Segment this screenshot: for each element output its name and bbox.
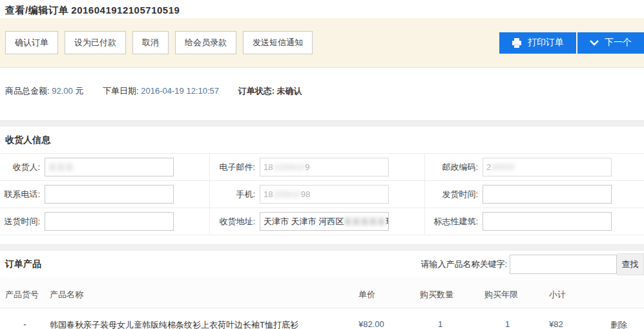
page-title: 查看/编辑订单 2016041912105710519	[5, 5, 639, 17]
order-status-label: 订单状态:	[238, 86, 275, 96]
form-cell: 送货时间:	[0, 208, 210, 235]
print-order-label: 打印订单	[528, 37, 564, 48]
value-text: 天津市 天津市 河西区	[264, 216, 344, 228]
products-section-title: 订单产品	[5, 259, 41, 270]
recipient-input[interactable]: 某某某	[45, 158, 174, 176]
chevron-down-icon	[590, 40, 599, 46]
total-amount-unit: 元	[75, 86, 83, 96]
phone-label: 联系电话:	[0, 189, 40, 200]
postcode-label: 邮政编码:	[425, 162, 478, 173]
product-sku: -	[0, 319, 50, 329]
order-status-value: 未确认	[277, 86, 302, 96]
value-text: 2	[486, 162, 491, 172]
value-text: 9	[305, 162, 309, 172]
address-input[interactable]: 天津市 天津市 河西区 某某某某某 现	[260, 212, 389, 231]
product-price: ¥82.00	[358, 319, 420, 329]
primary-actions: 打印订单 下一个	[499, 32, 644, 54]
order-date-group: 下单日期: 2016-04-19 12:10:57	[103, 86, 222, 96]
form-cell: 收货地址: 天津市 天津市 河西区 某某某某某 现	[210, 208, 425, 235]
column-header-name: 产品名称	[50, 289, 358, 301]
products-section-header: 订单产品 请输入产品名称关键字: 查找	[0, 251, 644, 277]
redacted-value: 155610	[273, 189, 300, 199]
order-actions-toolbar: 确认订单 设为已付款 取消 给会员录款 发送短信通知 打印订单 下一个	[0, 18, 644, 68]
mobile-input[interactable]: 18 155610 98	[260, 185, 389, 204]
section-divider	[0, 244, 644, 251]
set-paid-button[interactable]: 设为已付款	[65, 31, 126, 54]
email-label: 电子邮件:	[210, 162, 255, 173]
value-text: 18	[264, 162, 273, 172]
landmark-input[interactable]	[483, 212, 612, 231]
value-text: 18	[264, 189, 273, 199]
email-input[interactable]: 18 1155610 9	[260, 158, 389, 176]
product-subtotal: ¥82	[549, 319, 610, 329]
next-order-button[interactable]: 下一个	[577, 32, 644, 54]
form-cell: 电子邮件: 18 1155610 9	[210, 154, 425, 181]
product-search-input[interactable]	[510, 255, 617, 274]
mobile-label: 手机:	[210, 189, 255, 200]
order-date-label: 下单日期:	[103, 86, 139, 96]
ship-time-input[interactable]	[483, 185, 612, 204]
redacted-value: 某某某	[48, 162, 74, 173]
printer-icon	[512, 38, 522, 48]
value-text: 98	[301, 189, 310, 199]
send-sms-button[interactable]: 发送短信通知	[243, 31, 313, 54]
title-bar: 查看/编辑订单 2016041912105710519	[0, 0, 644, 18]
print-order-button[interactable]: 打印订单	[499, 32, 576, 54]
recipient-label: 收货人:	[0, 162, 40, 173]
form-cell: 手机: 18 155610 98	[210, 181, 425, 208]
order-date-value: 2016-04-19 12:10:57	[141, 86, 219, 96]
form-cell: 联系电话:	[0, 181, 210, 208]
table-row: - 韩国春秋亲子装母女儿童韩版纯棉条纹衫上衣荷叶边长袖T恤打底衫 ¥82.00 …	[0, 308, 644, 329]
column-header-quantity: 购买数量	[420, 289, 484, 301]
product-quantity: 1	[420, 319, 484, 329]
ship-time-label: 发货时间:	[425, 189, 478, 200]
product-search: 请输入产品名称关键字: 查找	[421, 253, 644, 275]
form-cell: 发货时间:	[425, 181, 644, 208]
order-summary: 商品总金额: 92.00 元 下单日期: 2016-04-19 12:10:57…	[0, 68, 644, 97]
total-amount-group: 商品总金额: 92.00 元	[5, 86, 86, 96]
phone-input[interactable]	[45, 185, 174, 204]
product-name-link[interactable]: 韩国春秋亲子装母女儿童韩版纯棉条纹衫上衣荷叶边长袖T恤打底衫	[50, 320, 298, 329]
order-products-table: 产品货号 产品名称 单价 购买数量 购买年限 小计 - 韩国春秋亲子装母女儿童韩…	[0, 277, 644, 329]
recipient-section-title: 收货人信息	[0, 127, 644, 153]
form-cell: 邮政编码: 2 30000	[425, 154, 644, 181]
order-status-group: 订单状态: 未确认	[238, 86, 302, 96]
redacted-value: 30000	[491, 162, 514, 172]
redacted-value: 1155610	[273, 162, 305, 172]
product-years: 1	[484, 319, 549, 329]
column-header-subtotal: 小计	[549, 289, 610, 301]
postcode-input[interactable]: 2 30000	[483, 158, 612, 176]
record-member-payment-button[interactable]: 给会员录款	[175, 31, 236, 54]
next-order-label: 下一个	[605, 37, 632, 48]
delivery-time-label: 送货时间:	[0, 216, 40, 228]
recipient-form: 收货人: 某某某 电子邮件: 18 1155610 9 邮政编码: 2 3000…	[0, 153, 644, 235]
confirm-order-button[interactable]: 确认订单	[5, 31, 58, 54]
address-label: 收货地址:	[210, 216, 255, 228]
section-divider	[0, 120, 644, 127]
delete-product-link[interactable]: 删除	[610, 320, 627, 329]
form-cell: 标志性建筑:	[425, 208, 644, 235]
table-header-row: 产品货号 产品名称 单价 购买数量 购买年限 小计	[0, 277, 644, 308]
product-search-label: 请输入产品名称关键字:	[421, 259, 507, 270]
column-header-years: 购买年限	[484, 289, 549, 301]
total-amount-value: 92.00	[52, 86, 73, 96]
search-button[interactable]: 查找	[617, 253, 644, 275]
column-header-sku: 产品货号	[0, 289, 50, 301]
redacted-value: 某某某某某	[344, 216, 386, 228]
total-amount-label: 商品总金额:	[5, 86, 50, 96]
landmark-label: 标志性建筑:	[425, 216, 478, 228]
column-header-price: 单价	[358, 289, 420, 301]
value-text: 现	[386, 216, 389, 228]
cancel-button[interactable]: 取消	[132, 31, 169, 54]
delivery-time-input[interactable]	[45, 212, 174, 231]
form-cell: 收货人: 某某某	[0, 154, 210, 181]
